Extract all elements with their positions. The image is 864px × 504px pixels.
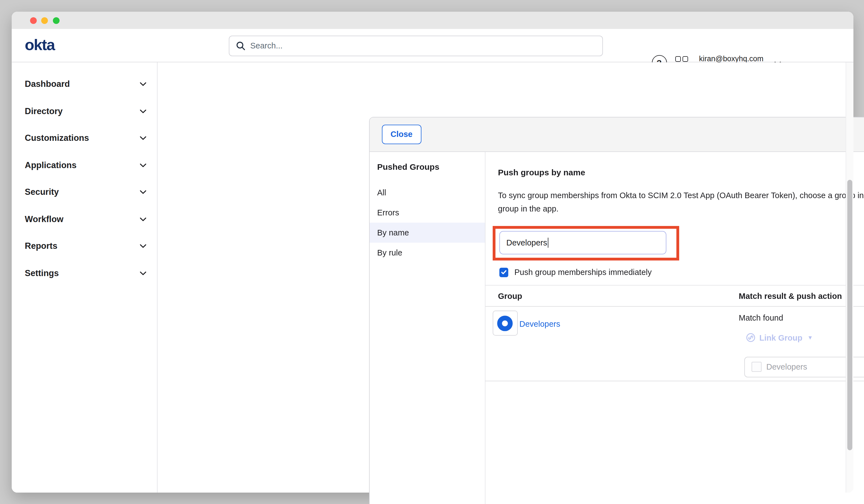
push-by-name-panel: Push groups by name To sync group member… [485, 152, 864, 504]
browser-window: okta Search... ? kiran@boxyhq.com okta-d… [11, 12, 853, 493]
group-ring-icon [496, 315, 513, 332]
window-close-button[interactable] [30, 17, 36, 24]
table-header-border [485, 306, 864, 307]
push-immediately-row: Push group memberships immediately [499, 268, 652, 277]
link-group-button[interactable]: Link Group ▼ [746, 333, 813, 342]
nav-item-errors[interactable]: Errors [369, 202, 485, 223]
pushed-groups-nav: Pushed Groups All Errors By name By rule [369, 152, 485, 504]
sidebar-nav: Dashboard Directory Customizations Appli… [11, 62, 158, 493]
pushed-groups-title: Pushed Groups [377, 162, 485, 171]
chevron-down-icon [139, 161, 147, 170]
search-icon [236, 41, 245, 50]
chevron-down-icon [139, 269, 147, 278]
scrollbar-thumb[interactable] [847, 180, 852, 450]
sidebar-item-workflow[interactable]: Workflow [11, 206, 157, 233]
sidebar-item-directory[interactable]: Directory [11, 98, 157, 125]
link-icon [746, 333, 755, 342]
group-avatar [492, 311, 517, 336]
chevron-down-icon [139, 188, 147, 197]
sidebar-list: Dashboard Directory Customizations Appli… [11, 62, 157, 287]
search-input[interactable]: Search... [229, 35, 603, 56]
panel-title: Push groups by name [498, 168, 585, 177]
pushed-groups-list: All Errors By name By rule [369, 182, 485, 262]
window-zoom-button[interactable] [52, 17, 59, 24]
checkmark-icon [501, 269, 507, 276]
close-button[interactable]: Close [382, 124, 421, 144]
chevron-down-icon [139, 107, 147, 116]
main-content: Close Pushed Groups All Errors By name B… [158, 62, 853, 493]
group-name-input-value: Developers [506, 238, 547, 247]
push-immediately-checkbox[interactable] [499, 268, 508, 277]
link-group-caret-icon: ▼ [807, 335, 813, 341]
okta-logo[interactable]: okta [25, 36, 55, 54]
column-header-match: Match result & push action [739, 291, 842, 300]
scrollbar-track[interactable] [845, 62, 853, 493]
dialog-body: Pushed Groups All Errors By name By rule… [369, 152, 864, 504]
table-row-border [485, 381, 864, 381]
chevron-down-icon [139, 242, 147, 251]
group-name-input[interactable]: Developers [499, 231, 666, 254]
nav-item-by-rule[interactable]: By rule [369, 242, 485, 262]
sidebar-item-customizations[interactable]: Customizations [11, 125, 157, 152]
chevron-down-icon [139, 134, 147, 143]
screenshot-stage: okta Search... ? kiran@boxyhq.com okta-d… [0, 0, 864, 504]
match-status: Match found [739, 313, 783, 322]
link-group-label: Link Group [759, 333, 803, 342]
nav-item-all[interactable]: All [369, 182, 485, 202]
push-groups-dialog: Close Pushed Groups All Errors By name B… [369, 117, 864, 504]
window-minimize-button[interactable] [41, 17, 48, 24]
sidebar-item-applications[interactable]: Applications [11, 152, 157, 179]
window-titlebar [11, 12, 853, 29]
dialog-toolbar: Close [369, 117, 864, 152]
sidebar-item-security[interactable]: Security [11, 179, 157, 206]
column-header-group: Group [498, 291, 522, 300]
text-cursor [548, 238, 549, 248]
group-name-link[interactable]: Developers [519, 319, 560, 328]
sidebar-item-reports[interactable]: Reports [11, 233, 157, 260]
nav-item-by-name[interactable]: By name [369, 223, 485, 242]
app-header: okta Search... ? kiran@boxyhq.com okta-d… [11, 29, 853, 62]
group-placeholder-icon [751, 362, 761, 372]
panel-description: To sync group memberships from Okta to S… [498, 189, 864, 216]
push-immediately-label: Push group memberships immediately [514, 268, 652, 277]
table-top-border [485, 285, 864, 286]
sidebar-item-settings[interactable]: Settings [11, 260, 157, 287]
search-placeholder: Search... [250, 41, 283, 50]
sidebar-item-dashboard[interactable]: Dashboard [11, 71, 157, 98]
chevron-down-icon [139, 215, 147, 224]
chevron-down-icon [139, 80, 147, 89]
